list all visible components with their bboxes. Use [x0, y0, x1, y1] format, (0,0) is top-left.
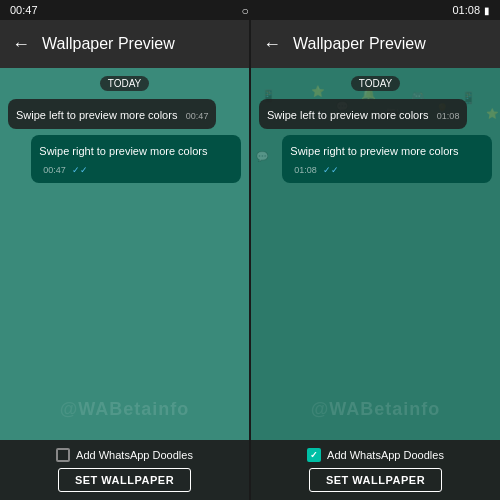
status-time-left: 00:47 — [10, 4, 38, 16]
status-time-right: 01:08 — [452, 4, 480, 16]
right-toolbar-title: Wallpaper Preview — [293, 35, 426, 53]
status-right: 01:08 ▮ — [452, 4, 490, 16]
battery-icon: ▮ — [484, 5, 490, 16]
status-center: ○ — [241, 1, 248, 19]
right-chat-area: TODAY Swipe left to preview more colors … — [251, 68, 500, 440]
right-date-badge: TODAY — [351, 76, 401, 91]
right-back-button[interactable]: ← — [263, 34, 281, 55]
left-msg-received-text: Swipe left to preview more colors — [16, 109, 177, 121]
status-bar: 00:47 ○ 01:08 ▮ — [0, 0, 500, 20]
right-msg-sent-time: 01:08 — [294, 165, 317, 175]
left-msg-received-time: 00:47 — [186, 111, 209, 121]
left-checkbox-row: Add WhatsApp Doodles — [56, 448, 193, 462]
left-message-received: Swipe left to preview more colors 00:47 — [8, 99, 216, 129]
left-date-badge: TODAY — [100, 76, 150, 91]
right-set-wallpaper-button[interactable]: SET WALLPAPER — [309, 468, 442, 492]
left-doodles-checkbox[interactable] — [56, 448, 70, 462]
left-bottom-bar: Add WhatsApp Doodles SET WALLPAPER — [0, 440, 249, 500]
right-bottom-bar: Add WhatsApp Doodles SET WALLPAPER — [251, 440, 500, 500]
left-panel: ← Wallpaper Preview TODAY Swipe left to … — [0, 20, 249, 500]
left-back-button[interactable]: ← — [12, 34, 30, 55]
left-set-wallpaper-button[interactable]: SET WALLPAPER — [58, 468, 191, 492]
right-msg-sent-text: Swipe right to preview more colors — [290, 145, 458, 157]
left-message-sent: Swipe right to preview more colors 00:47… — [31, 135, 241, 183]
right-toolbar: ← Wallpaper Preview — [251, 20, 500, 68]
left-checkbox-label: Add WhatsApp Doodles — [76, 449, 193, 461]
left-chat-area: TODAY Swipe left to preview more colors … — [0, 68, 249, 440]
status-left: 00:47 — [10, 4, 38, 16]
right-doodles-checkbox[interactable] — [307, 448, 321, 462]
right-message-sent: Swipe right to preview more colors 01:08… — [282, 135, 492, 183]
left-msg-sent-time: 00:47 — [43, 165, 66, 175]
right-msg-received-text: Swipe left to preview more colors — [267, 109, 428, 121]
right-panel: 📱 🎵 ⭐ 💬 🔔 📷 🎮 💡 📱 ⭐ 💬 🎵 📷 🔔 🎮 💡 📱 ⭐ 💬 🎵 … — [251, 20, 500, 500]
right-checkbox-row: Add WhatsApp Doodles — [307, 448, 444, 462]
left-msg-sent-tick: ✓✓ — [72, 165, 88, 175]
status-center-dot: ○ — [241, 4, 248, 18]
right-message-received: Swipe left to preview more colors 01:08 — [259, 99, 467, 129]
right-msg-received-time: 01:08 — [437, 111, 460, 121]
left-toolbar-title: Wallpaper Preview — [42, 35, 175, 53]
right-msg-sent-tick: ✓✓ — [323, 165, 339, 175]
left-toolbar: ← Wallpaper Preview — [0, 20, 249, 68]
left-msg-sent-text: Swipe right to preview more colors — [39, 145, 207, 157]
panels-container: ← Wallpaper Preview TODAY Swipe left to … — [0, 20, 500, 500]
right-checkbox-label: Add WhatsApp Doodles — [327, 449, 444, 461]
